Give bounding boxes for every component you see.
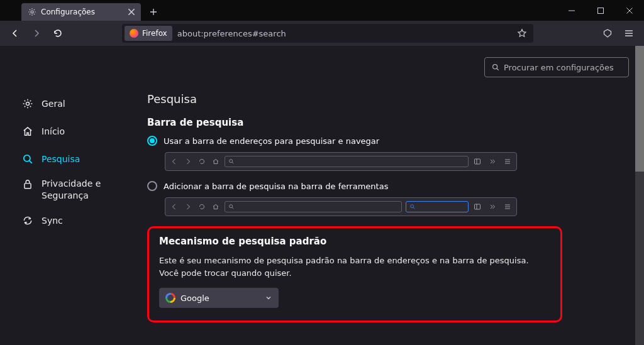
sidebar-item-general[interactable]: Geral	[18, 91, 125, 116]
chevrons-icon	[487, 156, 497, 167]
window-controls	[557, 0, 644, 21]
close-tab-icon[interactable]	[127, 8, 136, 16]
gear-icon	[21, 97, 34, 110]
radio-add-searchbar[interactable]: Adicionar a barra de pesquisa na barra d…	[147, 181, 629, 191]
firefox-logo-icon	[130, 29, 138, 38]
scrollbar-thumb[interactable]	[635, 46, 644, 172]
svg-rect-10	[475, 204, 480, 209]
sidebar-icon	[472, 202, 482, 212]
sidebar-item-label: Privacidade e Segurança	[42, 178, 101, 202]
search-icon	[21, 153, 34, 165]
nav-toolbar: Firefox about:preferences#search	[0, 21, 644, 46]
back-icon	[169, 156, 179, 167]
preferences-main: Procurar em configurações Pesquisa Barra…	[132, 46, 644, 345]
preferences-sidebar: Geral Início Pesquisa Privacidade e Segu…	[0, 46, 132, 345]
home-icon	[211, 202, 221, 212]
svg-point-2	[26, 102, 29, 105]
searchbar-preview-searchbox	[406, 201, 469, 212]
search-icon	[228, 204, 235, 210]
svg-rect-4	[25, 183, 31, 189]
reload-button[interactable]	[48, 23, 68, 43]
pocket-icon[interactable]	[597, 23, 618, 43]
sidebar-item-privacy[interactable]: Privacidade e Segurança	[18, 174, 125, 205]
identity-label: Firefox	[142, 29, 167, 38]
searchbar-preview	[165, 197, 517, 216]
reload-icon	[197, 202, 207, 212]
back-icon	[169, 202, 179, 212]
radio-icon	[147, 136, 157, 146]
svg-point-3	[24, 155, 30, 162]
menu-icon	[502, 202, 513, 212]
radio-use-urlbar[interactable]: Usar a barra de endereços para pesquisar…	[147, 136, 629, 146]
default-engine-desc: Este é seu mecanismo de pesquisa padrão …	[159, 255, 536, 279]
sidebar-icon	[472, 156, 482, 167]
maximize-button[interactable]	[586, 0, 615, 21]
sync-icon	[21, 214, 34, 227]
chevron-down-icon	[265, 294, 272, 302]
svg-rect-1	[598, 8, 604, 13]
default-engine-section: Mecanismo de pesquisa padrão Este é seu …	[147, 226, 562, 322]
forward-button[interactable]	[26, 23, 47, 43]
menu-button[interactable]	[619, 23, 639, 43]
browser-tab[interactable]: Configurações	[21, 3, 141, 21]
dropdown-value: Google	[180, 293, 209, 303]
reload-icon	[197, 156, 207, 167]
searchbar-section-title: Barra de pesquisa	[147, 117, 629, 128]
radio-label: Adicionar a barra de pesquisa na barra d…	[164, 182, 388, 191]
search-icon	[409, 204, 416, 210]
svg-rect-7	[475, 159, 480, 164]
svg-point-9	[411, 205, 414, 208]
default-engine-dropdown[interactable]: Google	[159, 288, 279, 308]
urlbar-preview-url	[225, 201, 402, 212]
default-engine-title: Mecanismo de pesquisa padrão	[159, 236, 550, 247]
search-placeholder: Procurar em configurações	[504, 63, 614, 72]
urlbar-preview-url	[225, 156, 469, 167]
search-preferences-input[interactable]: Procurar em configurações	[484, 57, 629, 77]
forward-icon	[183, 202, 193, 212]
sidebar-item-home[interactable]: Início	[18, 119, 125, 144]
chevrons-icon	[487, 202, 497, 212]
sidebar-item-label: Início	[42, 126, 65, 136]
page-title: Pesquisa	[147, 92, 629, 106]
titlebar: Configurações	[0, 0, 644, 21]
svg-point-6	[230, 160, 233, 163]
google-logo-icon	[165, 293, 175, 303]
svg-point-8	[230, 205, 233, 208]
radio-icon	[147, 181, 157, 191]
sidebar-item-label: Geral	[42, 99, 65, 109]
menu-icon	[502, 156, 513, 167]
bookmark-star-icon[interactable]	[513, 25, 531, 42]
svg-point-5	[493, 65, 497, 69]
lock-icon	[21, 178, 34, 190]
sidebar-item-label: Pesquisa	[42, 154, 80, 164]
home-icon	[211, 156, 221, 167]
close-window-button[interactable]	[615, 0, 644, 21]
search-icon	[491, 63, 500, 72]
radio-label: Usar a barra de endereços para pesquisar…	[164, 136, 379, 146]
search-icon	[228, 158, 235, 165]
urlbar-preview	[165, 152, 517, 171]
identity-box[interactable]: Firefox	[125, 26, 172, 41]
new-tab-button[interactable]	[145, 3, 162, 21]
scrollbar-vertical[interactable]	[635, 46, 644, 345]
gear-icon	[28, 8, 36, 16]
home-icon	[21, 125, 34, 138]
tab-title: Configurações	[41, 8, 123, 16]
forward-icon	[183, 156, 193, 167]
sidebar-item-label: Sync	[42, 216, 63, 226]
svg-point-0	[31, 11, 33, 13]
minimize-button[interactable]	[557, 0, 586, 21]
sidebar-item-search[interactable]: Pesquisa	[18, 146, 125, 172]
url-bar[interactable]: Firefox about:preferences#search	[122, 24, 533, 43]
sidebar-item-sync[interactable]: Sync	[18, 208, 125, 233]
back-button[interactable]	[5, 23, 25, 43]
url-text: about:preferences#search	[177, 29, 508, 38]
